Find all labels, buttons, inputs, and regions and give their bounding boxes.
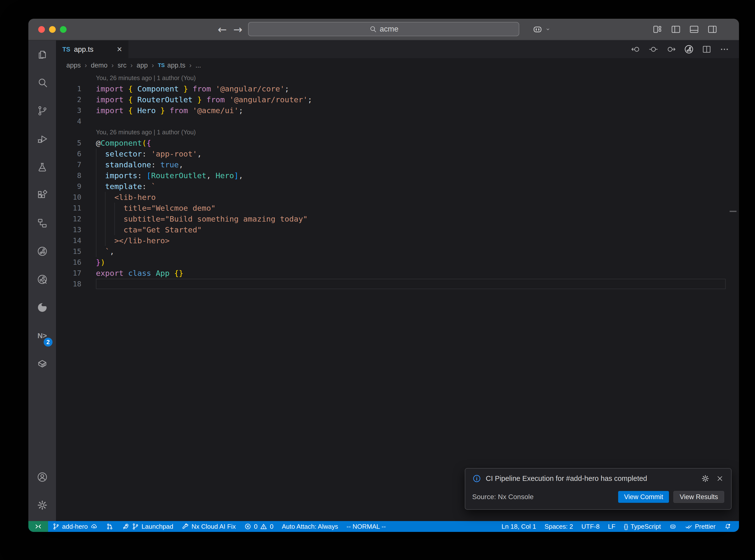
code-line: 9 template: ` xyxy=(56,181,739,192)
status-bar: add-heroLaunchpadNx Cloud AI Fix00Auto A… xyxy=(28,521,739,532)
activity-item-explorer[interactable] xyxy=(28,40,56,68)
breadcrumb-separator: › xyxy=(85,62,87,69)
line-number: 15 xyxy=(56,247,96,256)
notification-close-icon[interactable] xyxy=(716,474,724,483)
activity-item-containers[interactable] xyxy=(28,349,56,378)
line-number: 5 xyxy=(56,139,96,147)
statusbar-language-mode[interactable]: {}TypeScript xyxy=(620,521,665,532)
close-window-button[interactable] xyxy=(38,26,45,33)
copilot-icon xyxy=(532,24,543,35)
breadcrumb-item[interactable]: demo xyxy=(91,62,108,69)
statusbar-launchpad[interactable]: Launchpad xyxy=(118,521,178,532)
statusbar-formatter-prettier[interactable]: Prettier xyxy=(681,521,720,532)
code-text: selector: 'app-root', xyxy=(96,149,202,158)
statusbar-auto-attach[interactable]: Auto Attach: Always xyxy=(278,521,342,532)
statusbar-remote-indicator[interactable] xyxy=(28,521,48,532)
workbench: 2 TS app.ts × apps›demo›src›app›TSapp.ts… xyxy=(28,40,739,521)
code-text: imports: [RouterOutlet, Hero], xyxy=(96,171,243,180)
command-center-search[interactable]: acme xyxy=(248,22,519,36)
statusbar-notifications-bell[interactable] xyxy=(720,521,736,532)
branch-icon xyxy=(37,105,48,117)
nav-back-icon[interactable]: ← xyxy=(218,23,227,36)
account-icon xyxy=(37,471,48,483)
line-number: 11 xyxy=(56,204,96,212)
statusbar-nx-cloud-ai-fix[interactable]: Nx Cloud AI Fix xyxy=(178,521,240,532)
code-line: 13 cta="Get Started" xyxy=(56,224,739,235)
view-results-button[interactable]: View Results xyxy=(673,491,724,503)
notification-settings-icon[interactable] xyxy=(701,474,710,483)
zoom-window-button[interactable] xyxy=(60,26,66,33)
activity-item-edge-tools[interactable] xyxy=(28,293,56,321)
more-actions-icon[interactable] xyxy=(719,44,730,55)
statusbar-eol[interactable]: LF xyxy=(604,521,620,532)
current-change-icon[interactable] xyxy=(648,44,659,55)
activity-item-testing[interactable] xyxy=(28,153,56,181)
toggle-primary-sidebar-icon[interactable] xyxy=(671,24,681,35)
breadcrumb-item[interactable]: app xyxy=(137,62,148,69)
activity-item-extensions[interactable] xyxy=(28,181,56,209)
line-number: 1 xyxy=(56,84,96,93)
statusbar-indentation[interactable]: Spaces: 2 xyxy=(540,521,577,532)
breadcrumb-item[interactable]: TSapp.ts xyxy=(158,62,185,69)
debug-icon xyxy=(37,133,48,145)
statusbar-encoding[interactable]: UTF-8 xyxy=(577,521,604,532)
activity-item-hierarchy-tool[interactable] xyxy=(28,209,56,237)
line-number: 12 xyxy=(56,215,96,223)
minimize-window-button[interactable] xyxy=(49,26,56,33)
next-change-icon[interactable] xyxy=(666,44,676,55)
statusbar-vim-mode[interactable]: -- NORMAL -- xyxy=(342,521,390,532)
breadcrumb-item[interactable]: ... xyxy=(196,62,201,69)
nx-console-circle-icon[interactable] xyxy=(684,44,694,55)
tab-app-ts[interactable]: TS app.ts × xyxy=(56,40,128,58)
desktop-background: ← → acme 2 TS app.ts xyxy=(0,0,755,560)
activity-item-search[interactable] xyxy=(28,68,56,97)
activity-item-settings[interactable] xyxy=(28,491,56,519)
beaker-icon xyxy=(37,161,48,173)
previous-change-icon[interactable] xyxy=(631,44,641,55)
breadcrumb-item[interactable]: src xyxy=(118,62,126,69)
toggle-panel-icon[interactable] xyxy=(689,24,699,35)
code-editor[interactable]: You, 26 minutes ago | 1 author (You)1imp… xyxy=(56,73,739,521)
toggle-secondary-sidebar-icon[interactable] xyxy=(707,24,718,35)
code-text: cta="Get Started" xyxy=(96,225,202,234)
breadcrumb-separator: › xyxy=(152,62,154,69)
split-editor-icon[interactable] xyxy=(701,44,712,55)
nav-forward-icon[interactable]: → xyxy=(233,23,242,36)
view-commit-button[interactable]: View Commit xyxy=(618,491,669,503)
title-bar[interactable]: ← → acme xyxy=(28,19,739,40)
statusbar-source-control-graph[interactable] xyxy=(102,521,118,532)
activity-item-nx-console[interactable]: 2 xyxy=(28,321,56,349)
code-text: @Component({ xyxy=(96,139,151,147)
tab-strip: TS app.ts × xyxy=(56,40,739,58)
notification-title: CI Pipeline Execution for #add-hero has … xyxy=(486,475,647,483)
code-text: }) xyxy=(96,258,105,267)
code-text: import { Hero } from '@acme/ui'; xyxy=(96,106,243,115)
close-tab-icon[interactable]: × xyxy=(117,45,122,54)
activity-item-run-and-debug[interactable] xyxy=(28,125,56,153)
statusbar-git-branch[interactable]: add-hero xyxy=(48,521,102,532)
activity-item-nx-graph-search[interactable] xyxy=(28,265,56,293)
activity-item-accounts[interactable] xyxy=(28,463,56,491)
blame-annotation: You, 26 minutes ago | 1 author (You) xyxy=(96,75,196,82)
hierarchy-icon xyxy=(37,217,48,229)
chevron-down-icon xyxy=(545,26,551,33)
line-number: 7 xyxy=(56,160,96,169)
blame-annotation: You, 26 minutes ago | 1 author (You) xyxy=(96,129,196,136)
code-line: 11 title="Welcmoe demo" xyxy=(56,203,739,214)
customize-layout-icon[interactable] xyxy=(652,24,663,35)
layout-controls xyxy=(652,19,718,40)
files-icon xyxy=(37,49,48,60)
statusbar-copilot-status[interactable] xyxy=(665,521,681,532)
copilot-menu[interactable] xyxy=(532,19,551,40)
code-line: 1import { Component } from '@angular/cor… xyxy=(56,83,739,94)
breadcrumb-separator: › xyxy=(131,62,133,69)
search-value: acme xyxy=(380,25,398,34)
statusbar-problems[interactable]: 00 xyxy=(240,521,278,532)
statusbar-cursor-position[interactable]: Ln 18, Col 1 xyxy=(497,521,540,532)
activity-item-nx-graph[interactable] xyxy=(28,237,56,265)
breadcrumb-item[interactable]: apps xyxy=(66,62,81,69)
activity-item-source-control[interactable] xyxy=(28,97,56,125)
code-text: template: ` xyxy=(96,182,156,191)
code-line: 16}) xyxy=(56,257,739,268)
extensions-icon xyxy=(37,189,48,201)
